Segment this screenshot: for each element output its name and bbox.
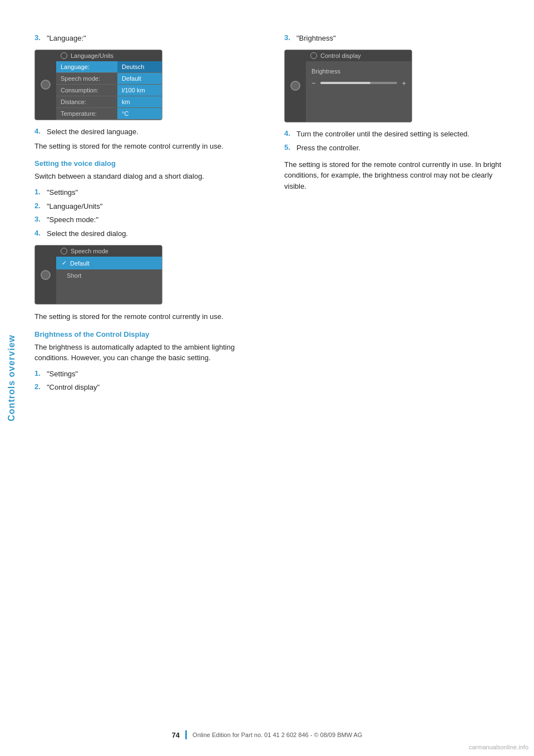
brightness-label: Brightness — [312, 68, 406, 75]
col-left: 3. "Language:" Language/Units — [34, 33, 262, 396]
cell-label: Language: — [56, 61, 117, 72]
speech-mockup-spacer — [56, 282, 162, 304]
voice-step1: 1. "Settings" — [34, 188, 262, 198]
voice-step3-text: "Speech mode:" — [47, 215, 98, 225]
cell-value: Default — [117, 73, 162, 84]
voice-step3-num: 3. — [34, 215, 44, 223]
bright-step1-text: "Settings" — [47, 369, 78, 380]
table-row: Consumption: l/100 km — [56, 85, 162, 96]
settings-icon — [61, 52, 67, 59]
voice-step4-num: 4. — [34, 229, 44, 237]
bright-step1-num: 1. — [34, 369, 44, 377]
left-step3: 3. "Language:" — [34, 33, 262, 44]
mockup-knob-left — [35, 50, 56, 120]
cell-label: Consumption: — [56, 85, 117, 96]
speech-row-default: ✓ Default — [56, 257, 162, 269]
table-row: Temperature: °C — [56, 108, 162, 120]
checkmark-placeholder — [62, 272, 63, 279]
brightness-track — [320, 82, 398, 84]
speech-title: Speech mode — [71, 248, 108, 254]
cell-value: Deutsch — [117, 61, 162, 72]
knob-icon — [41, 270, 51, 280]
page-container: Controls overview 3. "Language:" — [0, 0, 534, 756]
brightness-plus: + — [402, 79, 406, 87]
bright-step1: 1. "Settings" — [34, 369, 262, 380]
bright-step2-text: "Control display" — [47, 382, 100, 393]
cell-value: km — [117, 96, 162, 107]
brightness-fill — [320, 82, 370, 84]
sidebar: Controls overview — [0, 0, 23, 756]
voice-step1-num: 1. — [34, 188, 44, 196]
left-step4-text: Select the desired language. — [47, 127, 139, 138]
right-step4-num: 4. — [284, 129, 294, 138]
brightness-slider-row: − + — [312, 79, 406, 87]
main-content: 3. "Language:" Language/Units — [23, 0, 534, 756]
voice-step1-text: "Settings" — [47, 188, 78, 198]
table-row: Distance: km — [56, 96, 162, 108]
footer-text: Online Edition for Part no. 01 41 2 602 … — [192, 732, 362, 738]
voice-step4-text: Select the desired dialog. — [47, 229, 128, 239]
knob-icon — [41, 80, 51, 90]
speech-title-bar: Speech mode — [56, 246, 162, 257]
voice-step3: 3. "Speech mode:" — [34, 215, 262, 225]
col-right: 3. "Brightness" Control display — [284, 33, 512, 396]
mockup-knob-speech — [35, 246, 56, 304]
right-body1: The setting is stored for the remote con… — [284, 159, 512, 192]
two-col-top: 3. "Language:" Language/Units — [34, 33, 512, 396]
voice-step2-text: "Language/Units" — [47, 202, 102, 212]
bright-step2: 2. "Control display" — [34, 382, 262, 393]
language-units-mockup: Language/Units Language: Deutsch Speech … — [34, 50, 162, 120]
knob-icon — [290, 81, 300, 91]
settings-icon — [61, 248, 67, 254]
speech-short-label: Short — [67, 272, 81, 279]
speech-default-label: Default — [70, 260, 90, 267]
bright-step2-num: 2. — [34, 382, 44, 391]
checkmark-icon: ✓ — [62, 259, 67, 267]
right-step3-text: "Brightness" — [296, 33, 336, 44]
section-voice-heading: Setting the voice dialog — [34, 159, 262, 168]
left-step3-num: 3. — [34, 33, 44, 42]
table-row: Language: Deutsch — [56, 61, 162, 73]
voice-step2: 2. "Language/Units" — [34, 202, 262, 212]
voice-step4: 4. Select the desired dialog. — [34, 229, 262, 239]
cell-value: °C — [117, 108, 162, 119]
voice-step2-num: 2. — [34, 202, 44, 210]
brightness-mockup: Control display Brightness − + — [284, 50, 412, 122]
brightness-mockup-main: Control display Brightness − + — [306, 50, 412, 122]
speech-row-short: Short — [56, 269, 162, 282]
speech-mode-mockup: Speech mode ✓ Default Short — [34, 245, 162, 305]
page-footer: 74 Online Edition for Part no. 01 41 2 6… — [0, 730, 534, 739]
right-step5-num: 5. — [284, 143, 294, 151]
right-step5-text: Press the controller. — [296, 143, 360, 154]
mockup-main: Language/Units Language: Deutsch Speech … — [56, 50, 162, 120]
cell-label: Temperature: — [56, 108, 117, 119]
section-voice-body: Switch between a standard dialog and a s… — [34, 171, 262, 182]
left-body2: The setting is stored for the remote con… — [34, 311, 262, 322]
footer-bar — [185, 730, 187, 739]
language-table: Language: Deutsch Speech mode: Default C… — [56, 61, 162, 120]
watermark: carmanualsonline.info — [469, 744, 528, 750]
mockup-knob-brightness — [285, 50, 306, 122]
section-brightness-body: The brightness is automatically adapted … — [34, 342, 262, 364]
right-step5: 5. Press the controller. — [284, 143, 512, 154]
right-step4: 4. Turn the controller until the desired… — [284, 129, 512, 140]
right-step3: 3. "Brightness" — [284, 33, 512, 44]
mockup-title: Language/Units — [71, 52, 113, 59]
brightness-content: Brightness − + — [306, 61, 412, 94]
left-step3-text: "Language:" — [47, 33, 86, 44]
sidebar-label: Controls overview — [7, 335, 17, 421]
settings-icon — [310, 52, 317, 59]
left-body1: The setting is stored for the remote con… — [34, 141, 262, 152]
page-number: 74 — [172, 731, 180, 739]
mockup-title-bar: Language/Units — [56, 50, 162, 61]
cell-value: l/100 km — [117, 85, 162, 96]
table-row: Speech mode: Default — [56, 73, 162, 85]
speech-mockup-main: Speech mode ✓ Default Short — [56, 246, 162, 304]
brightness-minus: − — [312, 79, 316, 87]
right-step4-text: Turn the controller until the desired se… — [296, 129, 469, 140]
brightness-title: Control display — [320, 52, 361, 59]
left-step4: 4. Select the desired language. — [34, 127, 262, 138]
left-step4-num: 4. — [34, 127, 44, 135]
cell-label: Speech mode: — [56, 73, 117, 84]
brightness-spacer — [306, 94, 412, 122]
